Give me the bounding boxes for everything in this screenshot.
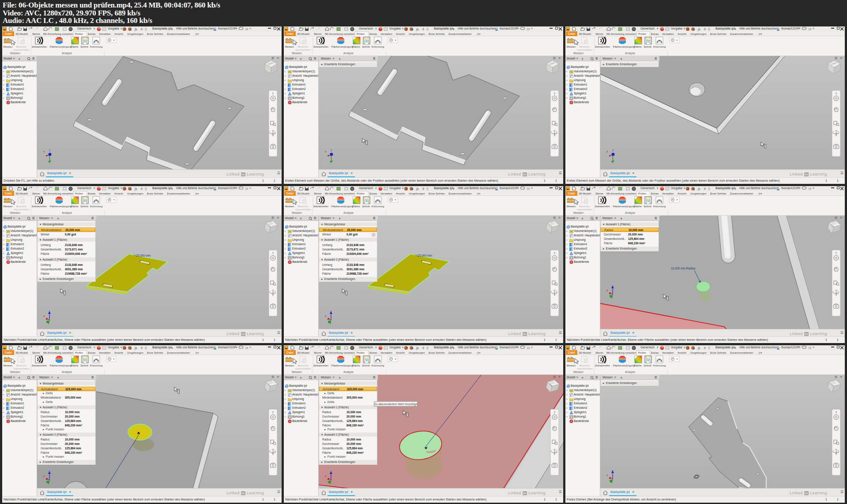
svg-text:fx: fx [135,346,137,350]
svg-text:fx: fx [698,27,700,31]
svg-text:fx: fx [698,187,700,191]
svg-text:fx: fx [416,187,419,191]
svg-text:Z: Z [49,149,50,152]
svg-text:fx: fx [135,27,137,31]
svg-text:25,000 mm: 25,000 mm [418,254,432,257]
svg-text:fx: fx [698,346,700,350]
svg-text:25,000 mm: 25,000 mm [136,254,151,257]
svg-text:Z: Z [331,149,332,152]
svg-text:Z: Z [612,149,614,152]
svg-text:fx: fx [416,27,419,31]
svg-text:fx: fx [416,346,419,350]
svg-text:10,000 mm Radius: 10,000 mm Radius [671,267,696,270]
svg-text:fx: fx [135,187,137,191]
